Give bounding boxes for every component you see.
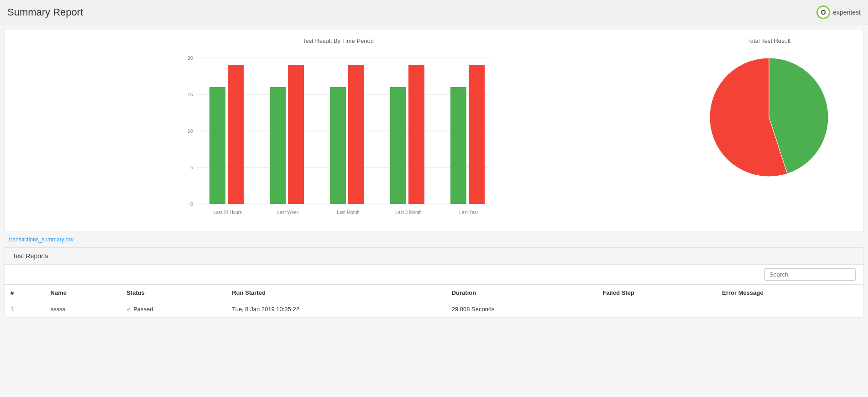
bar-chart-title: Test Result By Time Period [12, 37, 664, 44]
col-header-duration: Duration [446, 285, 597, 301]
bar-green-5 [450, 87, 466, 204]
bar-green-3 [330, 87, 346, 204]
bar-chart-container: Test Result By Time Period 20 15 10 5 0 … [12, 37, 664, 224]
col-header-name: Name [45, 285, 121, 301]
bar-red-1 [228, 65, 244, 204]
svg-text:Last Year: Last Year [459, 210, 478, 215]
svg-text:Last 3 Month: Last 3 Month [395, 210, 422, 215]
svg-text:10: 10 [188, 128, 193, 134]
test-reports-table: # Name Status Run Started Duration Faile… [5, 285, 863, 318]
cell-status: ✓Passed [121, 301, 226, 318]
svg-text:0: 0 [190, 201, 193, 207]
svg-text:20: 20 [188, 55, 193, 61]
bar-chart-svg: 20 15 10 5 0 Last 24 Hours Last Week Las… [12, 49, 664, 222]
col-header-error-message: Error Message [716, 285, 863, 301]
bar-red-4 [408, 65, 424, 204]
cell-duration: 29.008 Seconds [446, 301, 597, 318]
svg-text:Last Week: Last Week [277, 210, 299, 215]
cell-error-message [716, 301, 863, 318]
col-header-num: # [5, 285, 45, 301]
svg-text:5: 5 [190, 165, 193, 170]
table-toolbar [5, 265, 863, 285]
bar-green-4 [390, 87, 406, 204]
cell-failed-step [597, 301, 717, 318]
col-header-status: Status [121, 285, 226, 301]
table-section: Test Reports # Name Status Run Started D… [5, 247, 863, 318]
bar-red-3 [348, 65, 364, 204]
logo-name: experitest [833, 9, 861, 16]
bar-red-2 [288, 65, 304, 204]
cell-run-started: Tue, 8 Jan 2019 10:35:22 [226, 301, 446, 318]
bar-green-1 [209, 87, 225, 204]
bar-red-5 [469, 65, 485, 204]
table-header-row: # Name Status Run Started Duration Faile… [5, 285, 863, 301]
csv-link-container[interactable]: transactions_summary.csv [5, 236, 863, 243]
cell-num[interactable]: 1 [5, 301, 45, 318]
logo-icon: O [816, 5, 830, 19]
logo: O experitest [816, 5, 861, 19]
check-icon: ✓ [126, 306, 131, 313]
svg-text:Last 24 Hours: Last 24 Hours [214, 210, 242, 215]
search-input[interactable] [764, 268, 856, 281]
col-header-run-started: Run Started [226, 285, 446, 301]
charts-section: Test Result By Time Period 20 15 10 5 0 … [5, 30, 863, 231]
svg-text:Last Month: Last Month [337, 210, 359, 215]
table-row[interactable]: 1 sssss ✓Passed Tue, 8 Jan 2019 10:35:22… [5, 301, 863, 318]
page-title: Summary Report [7, 6, 83, 18]
pie-chart-svg [701, 49, 837, 186]
col-header-failed-step: Failed Step [597, 285, 717, 301]
page-header: Summary Report O experitest [0, 0, 868, 25]
bar-green-2 [270, 87, 286, 204]
cell-name: sssss [45, 301, 121, 318]
csv-download-link[interactable]: transactions_summary.csv [9, 236, 73, 243]
pie-chart-container: Total Test Result [682, 37, 856, 224]
pie-chart-title: Total Test Result [747, 37, 790, 44]
table-section-title: Test Reports [5, 248, 863, 265]
svg-text:15: 15 [188, 92, 193, 97]
